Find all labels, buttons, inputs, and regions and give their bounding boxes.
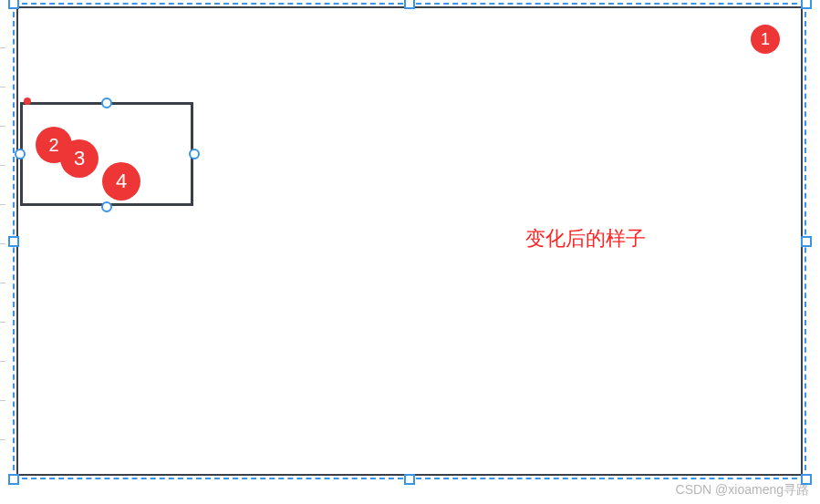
connection-handle-e[interactable] [189, 149, 200, 159]
resize-handle-sw[interactable] [8, 474, 19, 485]
annotation-label: 变化后的样子 [525, 225, 646, 252]
connection-handle-w[interactable] [15, 149, 26, 159]
resize-handle-s[interactable] [404, 474, 415, 485]
callout-badge-4: 4 [102, 162, 140, 201]
resize-handle-e[interactable] [801, 236, 812, 247]
outer-canvas-element[interactable] [16, 6, 803, 476]
watermark-text: CSDN @xioameng寻路 [676, 482, 809, 499]
connection-port-icon[interactable] [24, 98, 31, 105]
resize-handle-w[interactable] [8, 236, 19, 247]
callout-badge-3: 3 [60, 139, 99, 178]
connection-handle-n[interactable] [101, 98, 112, 108]
resize-handle-nw[interactable] [8, 0, 19, 9]
resize-handle-n[interactable] [404, 0, 415, 9]
ruler-left [0, 0, 7, 504]
connection-handle-s[interactable] [101, 201, 112, 212]
callout-badge-1: 1 [751, 25, 780, 54]
resize-handle-ne[interactable] [801, 0, 812, 9]
